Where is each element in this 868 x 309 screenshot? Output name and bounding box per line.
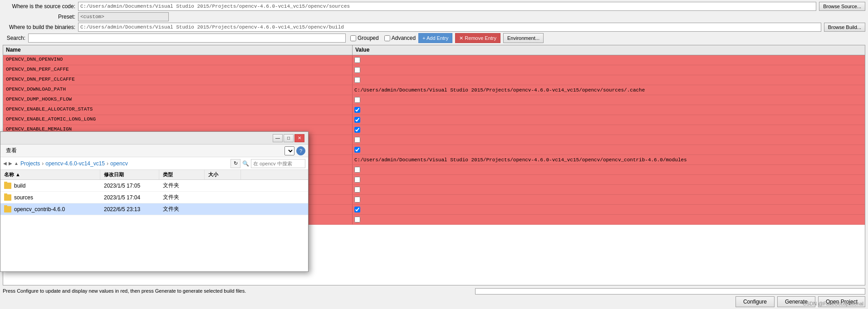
cell-value[interactable] [353,105,865,115]
progress-bar [475,288,865,295]
value-checkbox[interactable] [354,147,360,153]
configure-button[interactable]: Configure [736,296,775,307]
cell-value[interactable] [353,95,865,105]
cell-value[interactable] [353,165,865,174]
value-checkbox[interactable] [354,197,360,203]
table-row[interactable]: OPENCV_DNN_PERF_CAFFE [3,65,865,75]
grouped-checkbox[interactable] [350,35,356,41]
value-checkbox[interactable] [354,137,360,143]
watermark: CSDN @FakeOccupational [803,301,863,306]
cell-value[interactable] [353,185,865,194]
value-checkbox[interactable] [354,127,360,133]
advanced-checkbox-label[interactable]: Advanced [384,35,416,41]
help-icon[interactable]: ? [296,146,305,155]
cell-value[interactable] [353,205,865,214]
table-row[interactable]: OPENCV_DUMP_HOOKS_FLOW [3,95,865,105]
search-input[interactable] [28,34,346,43]
restore-button[interactable]: □ [284,134,294,142]
fe-file-size [205,208,241,210]
fe-refresh-button[interactable]: ↻ [230,159,240,168]
fe-search-bar: 🔍 [242,159,305,168]
bottom-info-area: Press Configure to update and display ne… [0,286,868,309]
value-checkbox[interactable] [354,207,360,212]
value-checkbox[interactable] [354,167,360,173]
advanced-label: Advanced [392,35,416,41]
cell-value[interactable] [353,115,865,125]
source-path-input[interactable] [78,2,816,11]
remove-entry-button[interactable]: ✕ Remove Entry [455,33,500,43]
fe-file-name: opencv_contrib-4.6.0 [14,206,65,212]
fe-list-item[interactable]: opencv_contrib-4.6.02022/6/5 23:13文件夹 [0,203,308,215]
grouped-checkbox-label[interactable]: Grouped [350,35,379,41]
cell-value[interactable] [353,75,865,85]
fe-search-input[interactable] [251,159,305,168]
preset-input[interactable] [78,12,169,21]
cell-value[interactable] [353,55,865,65]
fe-up-arrow[interactable]: ▲ [14,161,19,166]
file-explorer: — □ ✕ 查看 ? ◀ ▶ ▲ Projects › opencv-4.6.0… [0,131,309,272]
browse-source-button[interactable]: Browse Source... [819,2,865,11]
fe-file-date: 2023/1/5 17:04 [100,193,159,202]
table-header: Name Value [3,45,865,55]
table-row[interactable]: OPENCV_DNN_OPENVINO [3,55,865,65]
value-checkbox[interactable] [354,117,360,123]
fe-menu-view[interactable]: 查看 [3,147,20,154]
col-value-header: Value [353,45,865,55]
value-text: C:/Users/admin/Documents/Visual Studio 2… [354,87,645,93]
cell-value[interactable] [353,195,865,204]
value-checkbox[interactable] [354,77,360,83]
table-row[interactable]: OPENCV_ENABLE_ALLOCATOR_STATS [3,105,865,115]
table-row[interactable]: OPENCV_DNN_PERF_CLCAFFE [3,75,865,85]
cell-name: OPENCV_ENABLE_ATOMIC_LONG_LONG [3,115,353,125]
fe-col-type-header[interactable]: 类型 [159,170,205,179]
cell-value[interactable] [353,65,865,75]
fe-file-type: 文件夹 [159,181,205,190]
fe-breadcrumb-opencv[interactable]: opencv [110,160,128,167]
fe-list-item[interactable]: build2023/1/5 17:05文件夹 [0,180,308,192]
cell-value[interactable]: C:/Users/admin/Documents/Visual Studio 2… [353,155,865,164]
fe-column-header: 名称 ▲ 修改日期 类型 大小 [0,170,308,180]
cmake-window: Where is the source code: Browse Source.… [0,0,868,309]
fe-forward-arrow[interactable]: ▶ [9,161,12,166]
fe-col-date-header[interactable]: 修改日期 [100,170,159,179]
advanced-checkbox[interactable] [384,35,390,41]
value-checkbox[interactable] [354,97,360,103]
value-checkbox[interactable] [354,187,360,193]
add-entry-button[interactable]: + Add Entry [418,33,452,43]
cell-value[interactable]: C:/Users/admin/Documents/Visual Studio 2… [353,85,865,95]
environment-button[interactable]: Environment... [503,33,544,43]
folder-icon [4,183,11,189]
value-checkbox[interactable] [354,67,360,73]
fe-breadcrumb-opencv-version[interactable]: opencv-4.6.0-vc14_vc15 [45,160,105,167]
fe-col-name-header[interactable]: 名称 ▲ [0,170,100,179]
source-label: Where is the source code: [3,3,75,10]
table-row[interactable]: OPENCV_ENABLE_ATOMIC_LONG_LONG [3,115,865,125]
cell-name: OPENCV_DNN_PERF_CLCAFFE [3,75,353,85]
fe-file-name: build [14,183,25,189]
minimize-button[interactable]: — [273,134,283,142]
fe-back-arrow[interactable]: ◀ [3,161,7,166]
fe-file-list: 名称 ▲ 修改日期 类型 大小 build2023/1/5 17:05文件夹so… [0,170,308,271]
fe-win-buttons: — □ ✕ [273,134,304,142]
build-path-input[interactable] [78,23,821,32]
browse-build-button[interactable]: Browse Build... [824,23,865,32]
cell-name: OPENCV_DUMP_HOOKS_FLOW [3,95,353,105]
cell-value[interactable] [353,175,865,184]
table-row[interactable]: OPENCV_DOWNLOAD_PATHC:/Users/admin/Docum… [3,85,865,95]
folder-icon [4,194,11,201]
close-button[interactable]: ✕ [294,134,304,142]
fe-list-item[interactable]: sources2023/1/5 17:04文件夹 [0,192,308,203]
value-checkbox[interactable] [354,107,360,113]
fe-col-size-header[interactable]: 大小 [205,170,241,179]
fe-location-dropdown[interactable] [284,146,294,155]
value-checkbox[interactable] [354,57,360,63]
cell-value[interactable] [353,215,865,224]
preset-label: Preset: [3,14,75,20]
value-checkbox[interactable] [354,177,360,183]
cell-value[interactable] [353,145,865,154]
col-name-header: Name [3,45,353,55]
value-checkbox[interactable] [354,217,360,222]
cell-value[interactable] [353,135,865,145]
fe-breadcrumb-projects[interactable]: Projects [20,160,40,167]
cell-value[interactable] [353,125,865,135]
